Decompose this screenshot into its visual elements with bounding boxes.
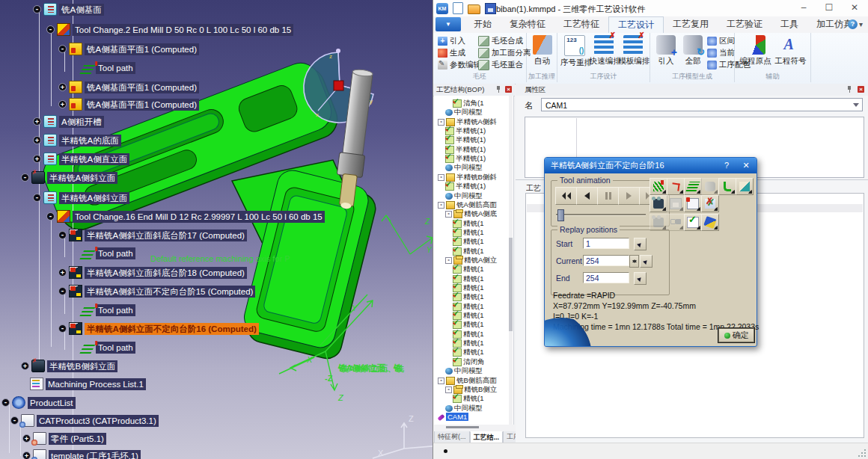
bop-item-label[interactable]: 精铣(1 bbox=[463, 237, 483, 247]
current-field[interactable]: 254 bbox=[583, 255, 629, 266]
process-tree-item[interactable]: -Tool Change.16 End Mill D 12 Rc 2.99997… bbox=[46, 210, 325, 223]
photo-markup-icon-button[interactable] bbox=[701, 195, 719, 212]
bop-item-label[interactable]: 半精铣(1) bbox=[456, 135, 486, 145]
bop-tree-item[interactable]: 中间模型 bbox=[445, 191, 483, 201]
maximize-button[interactable]: ☐ bbox=[816, 0, 842, 15]
snapshot-icon-button[interactable] bbox=[650, 214, 667, 231]
stereo-view-icon-button[interactable] bbox=[667, 214, 685, 231]
help-button[interactable]: ?▾ bbox=[848, 19, 863, 29]
collapse-node-icon[interactable]: - bbox=[46, 212, 55, 221]
tree-item-label[interactable]: A侧粗开槽 bbox=[59, 116, 104, 128]
process-tree-item[interactable]: Tool path bbox=[82, 62, 135, 74]
ribbon-button-自动[interactable]: 自动 bbox=[530, 34, 554, 73]
bop-item-label[interactable]: 中间模型 bbox=[454, 366, 483, 376]
continuous-replay-icon-button[interactable] bbox=[684, 178, 702, 195]
replay-slider[interactable] bbox=[556, 209, 653, 221]
bop-item-label[interactable]: 中间模型 bbox=[454, 404, 483, 413]
bop-item-label[interactable]: 清角(1 bbox=[463, 99, 483, 108]
panel-close-icon[interactable]: × bbox=[505, 86, 512, 93]
ribbon-button-编程原点[interactable]: 编程原点 bbox=[738, 34, 773, 73]
bop-item-label[interactable]: 清闭角 bbox=[463, 357, 485, 367]
collapse-node-icon[interactable]: - bbox=[46, 25, 55, 34]
bop-tree-item[interactable]: 中间模型 bbox=[445, 163, 483, 173]
pause-button[interactable] bbox=[597, 187, 619, 205]
process-tree-item[interactable]: Machining Process List.1 bbox=[30, 378, 146, 390]
tree-item-label[interactable]: 半精铣A侧斜立面 bbox=[59, 192, 129, 204]
end-field[interactable]: 254 bbox=[583, 272, 629, 283]
end-picker-button[interactable] bbox=[634, 272, 647, 285]
current-spinner[interactable] bbox=[629, 255, 639, 268]
name-combobox[interactable]: CAM1 bbox=[541, 98, 863, 111]
save-icon[interactable] bbox=[485, 3, 496, 14]
ribbon-button-序号重排[interactable]: 序号重排 bbox=[560, 34, 590, 73]
step-back-button[interactable] bbox=[576, 187, 598, 205]
bop-item-label[interactable]: 半精铣(1) bbox=[456, 145, 486, 155]
process-tree-item[interactable]: +零件 (Part5.1) bbox=[22, 432, 106, 445]
tab-工艺复用[interactable]: 工艺复用 bbox=[664, 16, 718, 33]
ribbon-button-模板编排[interactable]: 模板编排 bbox=[618, 34, 647, 73]
tree-item-label[interactable]: 半精铣A侧斜立面斜底台阶17 (Computed) bbox=[85, 230, 247, 241]
process-tree-item[interactable]: -半精铣A侧斜立面 bbox=[21, 171, 117, 184]
bop-tree-item[interactable]: -铣B侧筋高面 bbox=[438, 376, 497, 386]
close-button[interactable]: ✕ bbox=[842, 0, 867, 15]
process-tree-item[interactable]: -ProductList bbox=[1, 396, 76, 409]
ribbon-button-生成[interactable]: 生成 bbox=[438, 47, 465, 58]
tool-animation-settings-icon-button[interactable] bbox=[736, 178, 754, 195]
tree-item-label[interactable]: 零件 (Part5.1) bbox=[49, 433, 106, 445]
collapse-node-icon[interactable]: - bbox=[445, 211, 452, 218]
process-tree-item[interactable]: +半精铣A侧直立面 bbox=[33, 153, 129, 165]
tree-item-label[interactable]: 半精铣A侧斜立面斜底台阶18 (Computed) bbox=[85, 267, 247, 279]
toolpath-replay-icon-button[interactable] bbox=[650, 178, 667, 195]
process-tree-item[interactable]: -半精铣A侧斜立面 bbox=[33, 191, 129, 204]
tree-item-label[interactable]: Tool path bbox=[96, 304, 135, 316]
expand-node-icon[interactable]: + bbox=[33, 155, 41, 163]
process-tree-item[interactable]: -CATProduct3 (CATProduct3.1) bbox=[10, 414, 159, 427]
ribbon-button-毛坯合成[interactable]: 毛坯合成 bbox=[478, 35, 523, 46]
bop-item-label[interactable]: 铣B侧筋高面 bbox=[456, 376, 497, 386]
process-tree-item[interactable]: Tool path bbox=[82, 247, 135, 259]
replay-dialog[interactable]: 半精铣A侧斜立面不定向台阶16 ? ✕ Tool animation Repla… bbox=[544, 157, 757, 347]
tool-holder-icon-button[interactable] bbox=[701, 214, 719, 231]
dialog-close-button[interactable]: ✕ bbox=[739, 160, 754, 171]
bop-tree-item[interactable]: 精铣(1 bbox=[453, 394, 483, 404]
tree-item-label[interactable]: 铣A侧基面平面1 (Computed) bbox=[85, 99, 199, 111]
process-tree-item[interactable]: +铣A侧基面平面1 (Computed) bbox=[58, 98, 199, 111]
process-tree-item[interactable]: +A侧粗开槽 bbox=[33, 115, 104, 128]
tree-item-label[interactable]: 半精铣A侧直立面 bbox=[59, 153, 129, 165]
ribbon-button-快速编排[interactable]: 快速编排 bbox=[590, 34, 619, 73]
bop-tree-item[interactable]: 清角(1 bbox=[453, 99, 483, 108]
feedrate-color-icon-button[interactable] bbox=[718, 178, 736, 195]
bop-item-label[interactable]: 精铣(1 bbox=[463, 394, 483, 404]
dock-tab-特征树(...[interactable]: 特征树(... bbox=[434, 431, 470, 443]
plane-by-plane-icon-button[interactable] bbox=[701, 178, 719, 195]
collapse-node-icon[interactable]: - bbox=[445, 386, 452, 393]
collapse-node-icon[interactable]: - bbox=[438, 119, 444, 126]
tree-item-label[interactable]: Machining Process List.1 bbox=[46, 378, 146, 390]
process-tree-item[interactable]: +半精铣B侧斜立面 bbox=[21, 360, 117, 372]
bop-item-label[interactable]: 精铣(1 bbox=[463, 283, 483, 293]
collapse-node-icon[interactable]: - bbox=[58, 324, 67, 333]
collapse-node-icon[interactable]: - bbox=[445, 257, 452, 264]
process-tree-item[interactable]: Tool path bbox=[82, 342, 135, 354]
bop-item-label[interactable]: 精铣(1 bbox=[463, 228, 483, 238]
bop-item-label[interactable]: 精铣(1 bbox=[463, 339, 483, 348]
current-picker-button[interactable] bbox=[640, 255, 652, 268]
bop-item-label[interactable]: 精铣(1 bbox=[463, 330, 483, 339]
process-tree-item[interactable]: +铣A侧基面平面1 (Computed) bbox=[58, 81, 199, 93]
ribbon-button-毛坯重合[interactable]: 毛坯重合 bbox=[478, 59, 523, 70]
ribbon-button-引入[interactable]: 引入 bbox=[438, 35, 465, 46]
expand-node-icon[interactable]: + bbox=[21, 362, 29, 370]
collapse-node-icon[interactable]: - bbox=[58, 45, 67, 53]
bop-item-label[interactable]: 中间模型 bbox=[454, 163, 483, 173]
ribbon-button-参数编辑[interactable]: 参数编辑 bbox=[438, 59, 481, 70]
collapse-node-icon[interactable]: - bbox=[438, 378, 444, 384]
bop-item-label[interactable]: 半精铣(1) bbox=[456, 154, 486, 164]
resize-grip[interactable] bbox=[858, 449, 866, 457]
tree-item-label[interactable]: Tool path bbox=[96, 247, 135, 259]
bop-item-label[interactable]: 精铣(1 bbox=[463, 292, 483, 302]
pin-icon[interactable] bbox=[846, 86, 852, 93]
expand-node-icon[interactable]: + bbox=[58, 83, 67, 91]
app-menu-button[interactable]: ▼ bbox=[435, 17, 461, 31]
tree-item-label[interactable]: ProductList bbox=[28, 397, 76, 409]
bop-item-label[interactable]: 铣A侧筋高面 bbox=[456, 200, 497, 210]
